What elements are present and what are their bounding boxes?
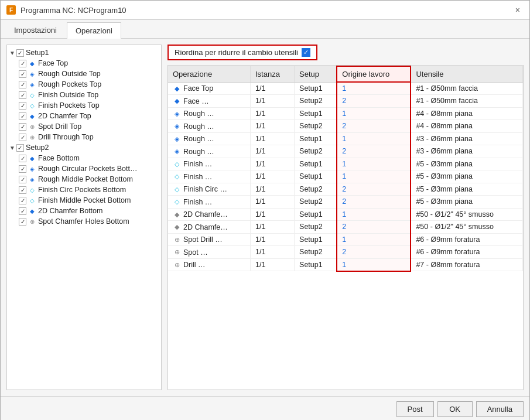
cell-utensile: #3 - Ø6mm piana: [411, 145, 522, 158]
tab-bar: Impostazioni Operazioni: [1, 20, 529, 39]
setup2-header[interactable]: ▼ Setup2: [7, 142, 161, 153]
cell-istanza: 1/1: [250, 170, 294, 183]
cell-istanza: 1/1: [250, 208, 294, 221]
ops-table-element: Operazione Istanza Setup Origine lavoro …: [168, 66, 523, 272]
cell-utensile: #5 - Ø3mm piana: [411, 158, 522, 170]
app-icon: F: [6, 5, 16, 15]
finish-outside-top-checkbox[interactable]: [19, 91, 26, 99]
col-setup: Setup: [295, 66, 337, 82]
tree-item-rough-circular-pockets-bottom[interactable]: ◈ Rough Circular Pockets Bott…: [7, 163, 161, 174]
tree-item-rough-outside-top[interactable]: ◈ Rough Outside Top: [7, 69, 161, 79]
bottom-bar: Post OK Annulla: [1, 396, 529, 420]
rough-outside-top-checkbox[interactable]: [19, 70, 26, 78]
cell-setup: Setup2: [295, 246, 337, 259]
face-bottom-label: Face Bottom: [38, 154, 80, 162]
rough-middle-bottom-checkbox[interactable]: [19, 176, 26, 183]
cell-utensile: #6 - Ø9mm foratura: [411, 246, 522, 259]
rough-circular-bottom-label: Rough Circular Pockets Bott…: [38, 165, 138, 173]
post-button[interactable]: Post: [396, 401, 434, 417]
cell-operazione: ⊕ Drill …: [168, 258, 250, 271]
cell-istanza: 1/1: [250, 95, 294, 108]
title-bar-left: F Programma NC: NCProgram10: [6, 5, 126, 15]
2d-chamfer-bottom-icon: ◆: [28, 207, 36, 215]
tab-operazioni[interactable]: Operazioni: [67, 22, 121, 39]
close-button[interactable]: ×: [512, 4, 524, 16]
row-icon-2: ◈: [173, 110, 181, 118]
cell-operazione: ◈ Rough …: [168, 132, 250, 145]
cell-origine-lavoro: 2: [337, 196, 411, 209]
rough-outside-top-icon: ◈: [28, 70, 36, 78]
finish-circ-bottom-checkbox[interactable]: [19, 186, 26, 194]
cell-setup: Setup2: [295, 95, 337, 108]
cell-istanza: 1/1: [250, 132, 294, 145]
tree-item-finish-pockets-top[interactable]: ◇ Finish Pockets Top: [7, 100, 161, 111]
spot-chamfer-bottom-checkbox[interactable]: [19, 218, 26, 226]
table-body: ◆ Face Top1/1Setup11#1 - Ø50mm faccia◆ F…: [168, 82, 523, 271]
table-row: ◇ Finish Circ …1/1Setup22#5 - Ø3mm piana: [168, 183, 523, 196]
main-content: ▼ Setup1 ◆ Face Top ◈ Rough Outside Top: [1, 39, 529, 396]
2d-chamfer-bottom-checkbox[interactable]: [19, 207, 26, 215]
cell-operazione: ◇ Finish …: [168, 196, 250, 209]
row-icon-0: ◆: [173, 84, 181, 93]
tree-item-spot-drill-top[interactable]: ⊕ Spot Drill Top: [7, 121, 161, 132]
tree-item-spot-chamfer-holes-bottom[interactable]: ⊕ Spot Chamfer Holes Bottom: [7, 216, 161, 227]
annulla-button[interactable]: Annulla: [476, 401, 524, 417]
finish-pockets-top-checkbox[interactable]: [19, 102, 26, 110]
setup2-label: Setup2: [26, 144, 49, 152]
finish-middle-bottom-label: Finish Middle Pocket Bottom: [38, 196, 131, 204]
row-icon-1: ◆: [173, 97, 181, 105]
face-top-checkbox[interactable]: [19, 60, 26, 67]
tree-item-drill-through-top[interactable]: ⊕ Drill Through Top: [7, 132, 161, 142]
spot-drill-top-label: Spot Drill Top: [38, 122, 81, 131]
cell-origine-lavoro: 2: [337, 95, 411, 108]
tree-item-face-top[interactable]: ◆ Face Top: [7, 58, 161, 69]
rough-pockets-top-checkbox[interactable]: [19, 81, 26, 88]
cell-setup: Setup2: [295, 145, 337, 158]
drill-through-top-checkbox[interactable]: [19, 134, 26, 141]
cell-utensile: #5 - Ø3mm piana: [411, 183, 522, 196]
cell-istanza: 1/1: [250, 145, 294, 158]
face-bottom-checkbox[interactable]: [19, 155, 26, 162]
drill-through-top-icon: ⊕: [28, 133, 36, 141]
cell-setup: Setup1: [295, 158, 337, 170]
reorder-bar: Riordina per ridurre il cambio utensili: [167, 45, 524, 60]
tree-item-2d-chamfer-bottom[interactable]: ◆ 2D Chamfer Bottom: [7, 206, 161, 216]
tree-item-2d-chamfer-top[interactable]: ◆ 2D Chamfer Top: [7, 111, 161, 121]
2d-chamfer-top-label: 2D Chamfer Top: [38, 112, 91, 120]
cell-setup: Setup2: [295, 221, 337, 234]
finish-pockets-top-icon: ◇: [28, 101, 36, 110]
2d-chamfer-top-checkbox[interactable]: [19, 112, 26, 120]
cell-operazione: ◈ Rough …: [168, 107, 250, 120]
cell-setup: Setup2: [295, 183, 337, 196]
reorder-checkbox[interactable]: [302, 48, 310, 57]
cell-utensile: #5 - Ø3mm piana: [411, 170, 522, 183]
tree-item-finish-middle-pocket-bottom[interactable]: ◇ Finish Middle Pocket Bottom: [7, 195, 161, 206]
row-icon-9: ◇: [173, 198, 181, 206]
cell-utensile: #50 - Ø1/2" 45° smusso: [411, 208, 522, 221]
cell-origine-lavoro: 1: [337, 107, 411, 120]
spot-drill-top-checkbox[interactable]: [19, 123, 26, 131]
tree-item-finish-circ-pockets-bottom[interactable]: ◇ Finish Circ Pockets Bottom: [7, 185, 161, 195]
cell-istanza: 1/1: [250, 233, 294, 246]
ok-button[interactable]: OK: [437, 401, 473, 417]
cell-operazione: ◇ Finish …: [168, 170, 250, 183]
tree-item-finish-outside-top[interactable]: ◇ Finish Outside Top: [7, 90, 161, 100]
reorder-box: Riordina per ridurre il cambio utensili: [167, 45, 317, 60]
cell-setup: Setup1: [295, 107, 337, 120]
cell-origine-lavoro: 2: [337, 183, 411, 196]
reorder-label: Riordina per ridurre il cambio utensili: [175, 48, 298, 57]
tab-impostazioni[interactable]: Impostazioni: [5, 22, 66, 38]
tree-item-rough-middle-pocket-bottom[interactable]: ◈ Rough Middle Pocket Bottom: [7, 174, 161, 185]
finish-middle-bottom-checkbox[interactable]: [19, 197, 26, 204]
cell-operazione: ◆ Face …: [168, 95, 250, 108]
tree-item-rough-pockets-top[interactable]: ◈ Rough Pockets Top: [7, 79, 161, 90]
tree-item-face-bottom[interactable]: ◆ Face Bottom: [7, 153, 161, 163]
row-icon-13: ⊕: [173, 248, 181, 257]
rough-circular-bottom-checkbox[interactable]: [19, 165, 26, 173]
cell-origine-lavoro: 1: [337, 208, 411, 221]
cell-setup: Setup2: [295, 120, 337, 133]
row-icon-14: ⊕: [173, 261, 181, 269]
setup1-header[interactable]: ▼ Setup1: [7, 47, 161, 58]
setup1-checkbox[interactable]: [16, 49, 24, 57]
setup2-checkbox[interactable]: [16, 144, 24, 152]
